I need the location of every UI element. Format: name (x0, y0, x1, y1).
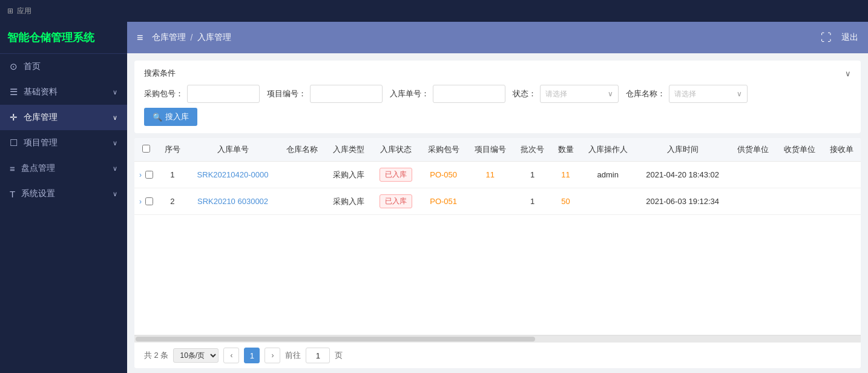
col-header-warehouse: 仓库名称 (278, 138, 325, 162)
row1-batch-no: 1 (513, 162, 551, 188)
col-header-batch-no: 批次号 (513, 138, 551, 162)
row1-purchase-no-text: PO-050 (430, 170, 457, 179)
row1-status: 已入库 (372, 162, 420, 188)
pagination-total: 共 2 条 (144, 350, 168, 361)
stocktake-icon: ≡ (10, 163, 15, 174)
row1-quantity: 11 (551, 162, 580, 188)
warehouse-name-field: 仓库名称： 请选择 ∨ (626, 85, 748, 103)
collapse-icon[interactable]: ∨ (845, 69, 851, 78)
row2-purchase-no: PO-051 (420, 188, 467, 215)
horizontal-scrollbar[interactable] (134, 335, 861, 342)
sidebar-item-warehouse[interactable]: ✛ 仓库管理 ∨ (0, 105, 127, 130)
goto-page-input[interactable] (306, 348, 330, 363)
fullscreen-icon[interactable]: ⛶ (821, 31, 832, 44)
sidebar-item-project[interactable]: ☐ 项目管理 ∨ (0, 130, 127, 156)
breadcrumb-inbound: 入库管理 (197, 32, 231, 43)
col-header-seq: 序号 (158, 138, 187, 162)
row1-expand-cell: › (134, 162, 158, 188)
table-row: › 1 SRK20210420-0000 采购入库 (134, 162, 861, 188)
status-select[interactable]: 请选择 ∨ (540, 85, 619, 103)
row1-order-no-link[interactable]: SRK20210420-0000 (197, 170, 269, 179)
home-icon: ⊙ (10, 61, 18, 72)
breadcrumb-warehouse: 仓库管理 (152, 32, 186, 43)
sidebar-item-label: 基础资料 (24, 87, 58, 97)
row2-operator (580, 188, 636, 215)
col-header-receipt: 接收单 (823, 138, 861, 162)
row2-expand-cell: › (134, 188, 158, 215)
row1-order-no: SRK20210420-0000 (187, 162, 279, 188)
row1-status-badge: 已入库 (380, 168, 412, 182)
page-size-select[interactable]: 10条/页 20条/页 50条/页 (173, 348, 219, 363)
col-header-quantity: 数量 (551, 138, 580, 162)
inbound-no-input[interactable] (433, 85, 505, 103)
table-header-row: 序号 入库单号 仓库名称 入库类型 入库状态 采购包号 项目编号 批次号 数量 … (134, 138, 861, 162)
purchase-no-input[interactable] (187, 85, 260, 103)
next-icon: › (271, 351, 274, 360)
search-fields: 采购包号： 项目编号： 入库单号： 状态： 请选择 (144, 85, 851, 103)
row1-supplier (729, 162, 776, 188)
search-btn-label: 搜入库 (165, 111, 189, 122)
row2-receiver (776, 188, 823, 215)
row2-status-badge: 已入库 (380, 194, 412, 208)
search-button[interactable]: 🔍 搜入库 (144, 108, 197, 126)
row1-in-time: 2021-04-20 18:43:02 (636, 162, 729, 188)
row2-seq: 2 (158, 188, 187, 215)
row1-in-type: 采购入库 (326, 162, 372, 188)
warehouse-name-select[interactable]: 请选择 ∨ (669, 85, 748, 103)
chevron-down-icon: ∨ (113, 114, 117, 122)
sidebar-item-stocktake[interactable]: ≡ 盘点管理 ∨ (0, 156, 127, 181)
table-wrapper[interactable]: 序号 入库单号 仓库名称 入库类型 入库状态 采购包号 项目编号 批次号 数量 … (134, 138, 861, 335)
pagination-prev-btn[interactable]: ‹ (223, 348, 239, 363)
project-no-input[interactable] (310, 85, 383, 103)
pagination-current-page[interactable]: 1 (244, 348, 260, 363)
project-icon: ☐ (10, 137, 18, 148)
row2-receipt (823, 188, 861, 215)
breadcrumb: 仓库管理 / 入库管理 (152, 32, 232, 43)
row2-supplier (729, 188, 776, 215)
row2-order-no: SRK20210 6030002 (187, 188, 279, 215)
col-header-supplier: 供货单位 (729, 138, 776, 162)
chevron-down-icon: ∨ (113, 190, 117, 198)
col-header-receiver: 收货单位 (776, 138, 823, 162)
row1-seq: 1 (158, 162, 187, 188)
row1-project-no-text: 11 (486, 170, 495, 179)
settings-icon: T (10, 189, 15, 199)
warehouse-select-arrow: ∨ (737, 90, 742, 98)
sidebar-item-basic[interactable]: ☰ 基础资料 ∨ (0, 79, 127, 105)
col-header-purchase-no: 采购包号 (420, 138, 467, 162)
page-suffix: 页 (335, 350, 343, 361)
sidebar-item-home[interactable]: ⊙ 首页 (0, 54, 127, 79)
logout-button[interactable]: 退出 (841, 32, 858, 43)
chevron-down-icon: ∨ (113, 139, 117, 147)
search-section: 搜索条件 ∨ 采购包号： 项目编号： 入库单号： (134, 61, 861, 133)
pagination-bar: 共 2 条 10条/页 20条/页 50条/页 ‹ 1 › 前往 (134, 342, 861, 368)
select-all-checkbox[interactable] (142, 145, 150, 153)
row2-expand-btn[interactable]: › (139, 197, 142, 206)
project-no-label: 项目编号： (267, 88, 306, 99)
status-field: 状态： 请选择 ∨ (513, 85, 619, 103)
warehouse-name-placeholder: 请选择 (674, 89, 696, 99)
row1-operator: admin (580, 162, 636, 188)
sidebar-item-label: 系统设置 (21, 188, 55, 199)
row1-receipt (823, 162, 861, 188)
warehouse-icon: ✛ (10, 112, 18, 123)
row1-checkbox[interactable] (145, 171, 153, 179)
row2-in-type: 采购入库 (326, 188, 372, 215)
sidebar-item-label: 项目管理 (24, 137, 58, 148)
row2-purchase-no-text: PO-051 (430, 197, 457, 206)
table-section: 序号 入库单号 仓库名称 入库类型 入库状态 采购包号 项目编号 批次号 数量 … (134, 138, 861, 368)
sidebar-item-label: 仓库管理 (24, 112, 58, 123)
pagination-next-btn[interactable]: › (265, 348, 280, 363)
status-label: 状态： (513, 88, 536, 99)
status-placeholder: 请选择 (545, 89, 567, 99)
menu-toggle-icon[interactable]: ≡ (137, 31, 143, 44)
col-header-order-no: 入库单号 (187, 138, 279, 162)
row1-expand-btn[interactable]: › (139, 171, 142, 179)
col-header-status: 入库状态 (372, 138, 420, 162)
sidebar-item-settings[interactable]: T 系统设置 ∨ (0, 181, 127, 206)
header-bar: ≡ 仓库管理 / 入库管理 ⛶ 退出 (127, 22, 868, 53)
row2-checkbox[interactable] (145, 197, 153, 205)
inbound-table: 序号 入库单号 仓库名称 入库类型 入库状态 采购包号 项目编号 批次号 数量 … (134, 138, 861, 215)
scrollbar-track (136, 337, 535, 342)
row2-order-no-link[interactable]: SRK20210 6030002 (197, 197, 268, 206)
